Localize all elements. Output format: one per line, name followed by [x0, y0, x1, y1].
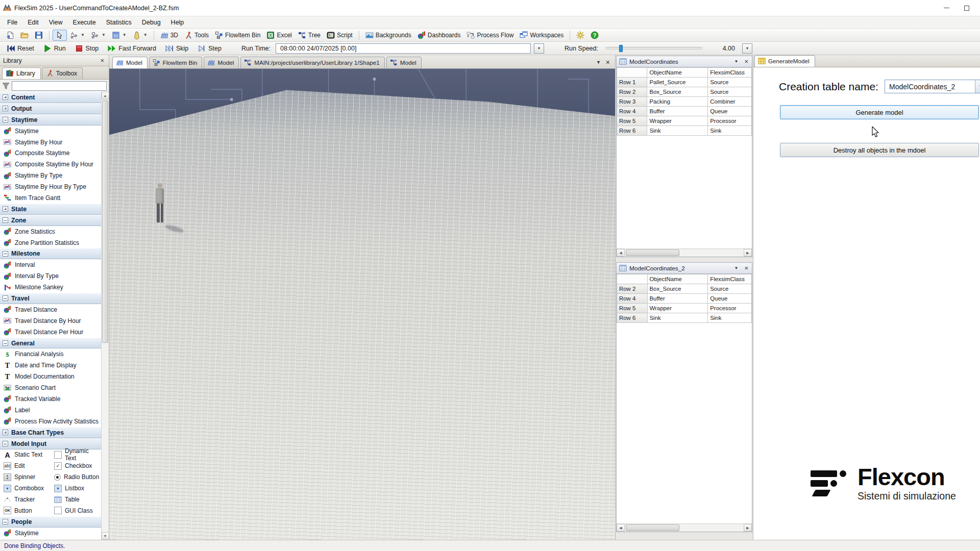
scrollbar-track[interactable] — [625, 249, 744, 257]
collapse-minus-icon[interactable] — [3, 519, 8, 524]
scrollbar-thumb[interactable] — [102, 101, 108, 343]
create-plane-button[interactable]: ▼ — [109, 30, 130, 41]
tools-button[interactable]: Tools — [181, 30, 212, 41]
table-row[interactable]: Row 4BufferQueue — [617, 294, 752, 304]
menu-execute[interactable]: Execute — [68, 17, 101, 28]
flowitem-bin-button[interactable]: FlowItem Bin — [212, 30, 263, 41]
menu-statistics[interactable]: Statistics — [101, 17, 137, 28]
column-header[interactable]: FlexsimClass — [708, 274, 752, 284]
collapse-minus-icon[interactable] — [3, 217, 8, 223]
library-item[interactable]: Interval — [0, 259, 101, 270]
library-group-travel[interactable]: Travel — [0, 293, 101, 304]
table-row[interactable]: Row 1Pallet_SourceSource — [617, 78, 752, 87]
horizontal-scrollbar[interactable]: ◀ ▶ — [617, 248, 752, 257]
backgrounds-button[interactable]: Backgrounds — [362, 30, 414, 41]
view-tab-model-3[interactable]: Model — [386, 57, 422, 68]
3d-view-button[interactable]: 3D — [157, 30, 181, 41]
menu-view[interactable]: View — [44, 17, 68, 28]
reset-button[interactable]: Reset — [4, 43, 39, 54]
save-button[interactable] — [32, 30, 46, 41]
library-group-milestone[interactable]: Milestone — [0, 248, 101, 259]
library-item[interactable]: Tracked Variable — [0, 393, 101, 405]
library-group-staytime[interactable]: Staytime — [0, 114, 101, 126]
settings-button[interactable] — [573, 30, 587, 41]
column-header[interactable]: ObjectName — [647, 68, 708, 78]
panel-menu-icon[interactable]: ▼ — [732, 59, 740, 64]
scroll-left-icon[interactable]: ◀ — [617, 524, 625, 532]
view-tab-userlibrary-shape[interactable]: MAIN:/project/userlibrary/UserLibrary 1/… — [240, 57, 385, 68]
library-item[interactable]: Staytime By Hour — [0, 137, 101, 148]
library-item-static-text[interactable]: Static Text — [0, 449, 51, 461]
scrollbar-track[interactable] — [102, 99, 109, 532]
library-item[interactable]: Staytime — [0, 528, 101, 539]
library-group-general[interactable]: General — [0, 338, 101, 349]
select-tool-button[interactable] — [53, 30, 67, 41]
workspaces-button[interactable]: Workspaces — [517, 30, 567, 41]
library-item[interactable]: Financial Analysis — [0, 348, 101, 360]
library-item[interactable]: Composite Staytime — [0, 147, 101, 159]
model-coordinates-2-grid[interactable]: ObjectName FlexsimClass Row 2Box_SourceS… — [617, 274, 752, 523]
collapse-minus-icon[interactable] — [3, 251, 8, 257]
panel-menu-icon[interactable]: ▼ — [732, 266, 740, 270]
scroll-right-icon[interactable]: ▶ — [744, 524, 752, 532]
tab-library[interactable]: Library — [2, 67, 41, 79]
table-row[interactable]: Row 4BufferQueue — [617, 107, 752, 116]
expand-plus-icon[interactable] — [3, 106, 8, 111]
close-icon[interactable]: × — [99, 57, 106, 64]
library-item[interactable]: Zone Partition Statistics — [0, 237, 101, 248]
library-item[interactable]: Label — [0, 405, 101, 416]
scrollbar-track[interactable] — [625, 524, 744, 532]
fast-forward-button[interactable]: Fast Forward — [105, 43, 161, 54]
scrollbar-thumb[interactable] — [626, 524, 679, 531]
library-item[interactable]: Process Flow Activity Statistics — [0, 416, 101, 427]
close-icon[interactable]: × — [743, 264, 749, 272]
table-row[interactable]: Row 2Box_SourceSource — [617, 87, 752, 97]
library-item-dynamic-text[interactable]: Dynamic Text — [51, 449, 101, 461]
creation-table-combobox[interactable]: ModelCoordinates_2 ▼ — [885, 80, 980, 93]
new-model-button[interactable] — [3, 30, 17, 41]
dashboards-button[interactable]: Dashboards — [414, 30, 464, 41]
table-row[interactable]: Row 5WrapperProcessor — [617, 116, 752, 126]
library-item-checkbox[interactable]: ✓Checkbox — [51, 460, 101, 471]
library-item-tracker[interactable]: Tracker — [0, 494, 51, 505]
model-coordinates-2-panel-header[interactable]: ModelCoordinates_2 ▼ × — [617, 263, 752, 274]
library-item-button[interactable]: OKButton — [0, 505, 51, 516]
library-item[interactable]: Staytime — [0, 126, 101, 137]
chevron-down-icon[interactable]: ▼ — [975, 80, 980, 93]
menu-debug[interactable]: Debug — [137, 17, 166, 28]
library-group-state[interactable]: State — [0, 204, 101, 215]
menu-help[interactable]: Help — [166, 17, 189, 28]
expand-plus-icon[interactable] — [3, 206, 8, 212]
model-coordinates-panel-header[interactable]: ModelCoordinates ▼ × — [617, 56, 752, 67]
connect-objects-button[interactable]: ▼ — [67, 30, 88, 41]
library-item[interactable]: Date and Time Display — [0, 360, 101, 371]
scroll-left-icon[interactable]: ◀ — [617, 249, 625, 257]
library-item-gui-class[interactable]: GUI Class — [51, 505, 101, 516]
skip-button[interactable]: Skip — [163, 43, 193, 54]
run-button[interactable]: Run — [41, 43, 70, 54]
view-tab-model-1[interactable]: Model — [112, 57, 148, 68]
library-group-zone[interactable]: Zone — [0, 215, 101, 226]
library-item[interactable]: Item Trace Gantt — [0, 192, 101, 204]
library-item-combobox[interactable]: ▼Combobox — [0, 483, 51, 494]
column-header[interactable]: ObjectName — [647, 274, 708, 284]
stop-button[interactable]: Stop — [72, 43, 104, 54]
library-group-output[interactable]: Output — [0, 103, 101, 114]
run-time-dropdown-button[interactable]: ▼ — [534, 43, 544, 54]
close-tab-icon[interactable]: × — [606, 58, 610, 66]
library-filter-input[interactable] — [12, 81, 107, 91]
run-time-field[interactable]: 08:00:00 24/07/2025 [0.00] — [276, 43, 531, 54]
library-item[interactable]: Scenario Chart — [0, 382, 101, 393]
model-coordinates-grid[interactable]: ObjectName FlexsimClass Row 1Pallet_Sour… — [617, 67, 752, 248]
tree-button[interactable]: Tree — [295, 30, 324, 41]
help-button[interactable] — [587, 30, 602, 41]
library-item[interactable]: Travel Distance By Hour — [0, 315, 101, 327]
library-item[interactable]: Staytime By Type — [0, 170, 101, 181]
library-item[interactable]: Travel Distance Per Hour — [0, 327, 101, 338]
scroll-up-icon[interactable]: ▲ — [102, 92, 109, 99]
open-button[interactable] — [17, 30, 32, 41]
close-icon[interactable]: × — [743, 58, 749, 65]
run-speed-dropdown-button[interactable]: ▼ — [742, 43, 752, 54]
horizontal-scrollbar[interactable]: ◀ ▶ — [617, 523, 752, 532]
collapse-minus-icon[interactable] — [3, 295, 8, 301]
